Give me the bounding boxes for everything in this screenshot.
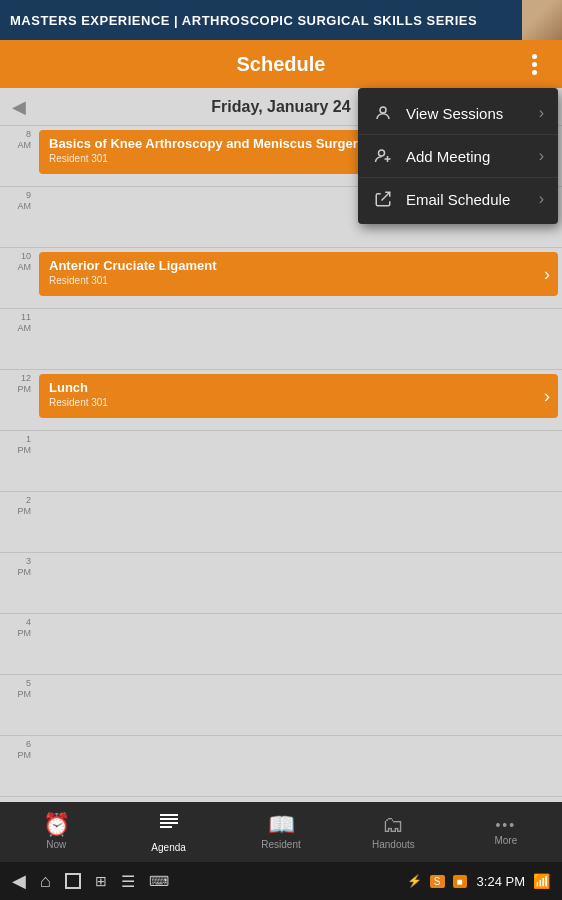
home-button[interactable]: ⌂ (40, 871, 51, 892)
event-acl[interactable]: Anterior Cruciate Ligament Resident 301 … (39, 252, 558, 296)
agenda-icon (157, 811, 181, 839)
wifi-icon: 📶 (533, 873, 550, 889)
email-schedule-icon (372, 188, 394, 210)
event-lunch-subtitle: Resident 301 (49, 397, 522, 408)
nav-more[interactable]: ••• More (450, 802, 562, 862)
view-sessions-icon (372, 102, 394, 124)
svg-rect-6 (160, 818, 178, 820)
svg-line-4 (382, 192, 390, 200)
time-label-1pm: 1PM (0, 431, 35, 491)
overflow-menu-button[interactable] (518, 48, 550, 80)
event-col-6pm (35, 736, 562, 796)
email-schedule-item[interactable]: Email Schedule › (358, 178, 558, 220)
time-label-11am: 11AM (0, 309, 35, 369)
time-label-5pm: 5PM (0, 675, 35, 735)
svg-rect-8 (160, 826, 172, 828)
time-slot-12pm: 12PM Lunch Resident 301 › (0, 370, 562, 431)
nav-agenda[interactable]: Agenda (112, 802, 224, 862)
handouts-label: Handouts (372, 839, 415, 850)
svg-point-1 (379, 150, 385, 156)
top-bar: MASTERS EXPERIENCE | ARTHROSCOPIC SURGIC… (0, 0, 562, 40)
system-bar: ◀ ⌂ ⊞ ☰ ⌨ ⚡ S ■ 3:24 PM 📶 (0, 862, 562, 900)
calendar-area[interactable]: 8AM Basics of Knee Arthroscopy and Menis… (0, 126, 562, 802)
menu-button[interactable]: ☰ (121, 872, 135, 891)
time-slot-5pm: 5PM (0, 675, 562, 736)
event-col-12pm: Lunch Resident 301 › (35, 370, 562, 430)
current-date: Friday, January 24 (211, 98, 350, 116)
view-sessions-label: View Sessions (406, 105, 503, 122)
schedule-header: Schedule (0, 40, 562, 88)
add-meeting-label: Add Meeting (406, 148, 490, 165)
screenshot-button[interactable]: ⊞ (95, 873, 107, 889)
event-lunch-chevron: › (544, 386, 550, 407)
event-col-1pm (35, 431, 562, 491)
svg-point-0 (380, 107, 386, 113)
time-label-10am: 10AM (0, 248, 35, 308)
time-display: 3:24 PM (477, 874, 525, 889)
app-title: MASTERS EXPERIENCE | ARTHROSCOPIC SURGIC… (10, 13, 552, 28)
time-label-8am: 8AM (0, 126, 35, 186)
notification-icon-1: S (430, 875, 445, 888)
add-meeting-item[interactable]: Add Meeting › (358, 135, 558, 178)
resident-icon: 📖 (268, 814, 295, 836)
event-col-3pm (35, 553, 562, 613)
nav-resident[interactable]: 📖 Resident (225, 802, 337, 862)
time-label-6pm: 6PM (0, 736, 35, 796)
event-col-5pm (35, 675, 562, 735)
event-acl-title: Anterior Cruciate Ligament (49, 258, 522, 273)
time-slot-11am: 11AM (0, 309, 562, 370)
agenda-label: Agenda (151, 842, 185, 853)
add-meeting-icon (372, 145, 394, 167)
svg-rect-5 (160, 814, 178, 816)
time-label-2pm: 2PM (0, 492, 35, 552)
event-acl-subtitle: Resident 301 (49, 275, 522, 286)
time-label-12pm: 12PM (0, 370, 35, 430)
prev-date-arrow[interactable]: ◀ (12, 96, 26, 118)
email-schedule-label: Email Schedule (406, 191, 510, 208)
event-lunch[interactable]: Lunch Resident 301 › (39, 374, 558, 418)
handouts-icon: 🗂 (382, 814, 404, 836)
back-button[interactable]: ◀ (12, 870, 26, 892)
dropdown-menu: View Sessions › Add Meeting › Email Sche… (358, 88, 558, 224)
time-label-3pm: 3PM (0, 553, 35, 613)
time-label-4pm: 4PM (0, 614, 35, 674)
system-nav-buttons: ◀ ⌂ ⊞ ☰ ⌨ (12, 870, 169, 892)
schedule-title: Schedule (237, 53, 326, 76)
event-col-11am (35, 309, 562, 369)
svg-rect-7 (160, 822, 178, 824)
time-slot-6pm: 6PM (0, 736, 562, 797)
email-schedule-chevron: › (539, 190, 544, 208)
now-icon: ⏰ (43, 814, 70, 836)
more-label: More (494, 835, 517, 846)
view-sessions-item[interactable]: View Sessions › (358, 92, 558, 135)
event-col-10am: Anterior Cruciate Ligament Resident 301 … (35, 248, 562, 308)
more-icon: ••• (495, 818, 516, 832)
view-sessions-chevron: › (539, 104, 544, 122)
usb-icon: ⚡ (407, 874, 422, 888)
now-label: Now (46, 839, 66, 850)
time-label-9am: 9AM (0, 187, 35, 247)
nav-now[interactable]: ⏰ Now (0, 802, 112, 862)
time-slot-4pm: 4PM (0, 614, 562, 675)
status-bar: ⚡ S ■ 3:24 PM 📶 (407, 873, 550, 889)
notification-icon-2: ■ (453, 875, 467, 888)
event-col-2pm (35, 492, 562, 552)
avatar (522, 0, 562, 40)
event-lunch-title: Lunch (49, 380, 522, 395)
recents-button[interactable] (65, 873, 81, 889)
nav-handouts[interactable]: 🗂 Handouts (337, 802, 449, 862)
time-slot-3pm: 3PM (0, 553, 562, 614)
time-slot-1pm: 1PM (0, 431, 562, 492)
time-slot-2pm: 2PM (0, 492, 562, 553)
add-meeting-chevron: › (539, 147, 544, 165)
keyboard-button[interactable]: ⌨ (149, 873, 169, 889)
resident-label: Resident (261, 839, 300, 850)
bottom-navigation: ⏰ Now Agenda 📖 Resident 🗂 Handouts ••• M… (0, 802, 562, 862)
event-acl-chevron: › (544, 264, 550, 285)
time-slot-10am: 10AM Anterior Cruciate Ligament Resident… (0, 248, 562, 309)
event-col-4pm (35, 614, 562, 674)
